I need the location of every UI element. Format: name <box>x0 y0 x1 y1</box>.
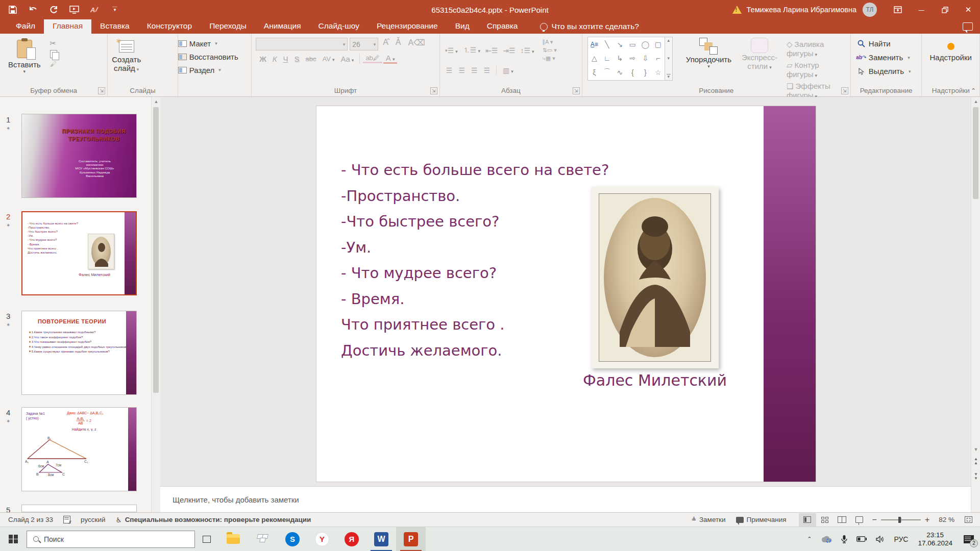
align-center-icon[interactable]: ☰ <box>458 66 465 74</box>
arrange-button[interactable]: Упорядочить ▾ <box>682 37 736 70</box>
highlight-button[interactable]: ab🖉 <box>363 54 382 63</box>
shape-triangle-icon[interactable]: △ <box>592 54 597 62</box>
shape-left-brace-icon[interactable]: { <box>631 68 634 77</box>
slide-thumbnail-3[interactable]: ПОВТОРЕНИЕ ТЕОРИИ 1.Какие треугольники н… <box>21 311 137 395</box>
shadow-button[interactable]: S <box>292 55 302 63</box>
ribbon-display-options-icon[interactable] <box>886 0 910 19</box>
font-size-combo[interactable]: 26▾ <box>350 38 378 51</box>
numbering-icon[interactable]: ⒈☰▾ <box>463 46 480 55</box>
align-text-icon[interactable]: ⇅▭ ▾ <box>543 47 557 54</box>
copy-icon[interactable] <box>50 50 57 58</box>
underline-button[interactable]: Ч <box>281 55 291 63</box>
slide-thumbnail-2[interactable]: - Что есть больше всего на свете? -Прост… <box>21 211 137 295</box>
shape-rounded-rect-icon[interactable]: ▢ <box>655 40 662 48</box>
zoom-slider-track[interactable] <box>881 519 921 520</box>
drawing-dialog-launcher[interactable]: ⇲ <box>841 87 848 94</box>
shape-oval-icon[interactable]: ◯ <box>641 40 649 48</box>
scrollbar-thumb[interactable] <box>973 107 978 199</box>
shape-freeform-icon[interactable]: ⌐ <box>656 54 660 62</box>
slide-thumbnail-4[interactable]: Задача №1 ( устно) Дано: ΔАВС~ ΔА₁В₁С₁ А… <box>21 407 137 491</box>
minimize-button[interactable]: ─ <box>910 0 933 19</box>
decrease-indent-icon[interactable]: ⇤☰ <box>485 46 498 55</box>
clear-format-icon[interactable]: А⌫ <box>406 38 428 51</box>
thales-portrait-image[interactable] <box>591 187 719 368</box>
scrollbar-thumb[interactable] <box>153 107 159 393</box>
start-button[interactable] <box>0 527 27 551</box>
taskbar-search-input[interactable]: Поиск <box>27 531 195 548</box>
font-color-button[interactable]: А▾ <box>383 54 398 64</box>
account-name[interactable]: Темижева Ларина Ибрагимовна <box>747 6 856 14</box>
font-name-combo[interactable]: ▾ <box>256 38 348 51</box>
comments-icon[interactable] <box>963 22 973 31</box>
align-left-icon[interactable]: ☰ <box>446 66 453 74</box>
fit-to-window-button[interactable] <box>960 513 977 527</box>
clipboard-dialog-launcher[interactable]: ⇲ <box>98 87 105 94</box>
tab-home[interactable]: Главная <box>44 19 91 34</box>
collapse-ribbon-icon[interactable]: ⌃ <box>971 87 976 94</box>
tab-help[interactable]: Справка <box>478 19 527 34</box>
thumbnails-scrollbar[interactable]: ▲ <box>151 97 160 512</box>
zoom-slider-thumb[interactable] <box>898 517 901 523</box>
next-slide-icon[interactable]: ▼▼ <box>971 472 980 481</box>
justify-icon[interactable]: ☰ <box>484 66 491 74</box>
slide-caption[interactable]: Фалес Милетский <box>566 371 744 389</box>
paragraph-dialog-launcher[interactable]: ⇲ <box>573 87 580 94</box>
customize-qat-icon[interactable]: ▾— <box>109 4 120 15</box>
shape-outline-button[interactable]: ▱ Контур фигуры▾ <box>787 61 850 79</box>
restore-button[interactable] <box>933 0 957 19</box>
align-right-icon[interactable]: ☰ <box>471 66 478 74</box>
new-slide-button[interactable]: ✳ Создать слайд▾ <box>108 37 145 73</box>
italic-button[interactable]: К <box>270 55 280 63</box>
tab-file[interactable]: Файл <box>7 19 44 34</box>
shape-line-icon[interactable]: ╲ <box>605 40 609 48</box>
cut-icon[interactable]: ✂ <box>50 39 57 48</box>
shapes-scroll-up-icon[interactable]: ▲ <box>667 38 671 43</box>
zoom-out-icon[interactable]: − <box>872 515 877 524</box>
tab-animations[interactable]: Анимация <box>255 19 310 34</box>
slide-canvas[interactable]: - Что есть больше всего на свете? -Прост… <box>316 106 816 482</box>
language-indicator[interactable]: русский <box>76 516 110 523</box>
increase-indent-icon[interactable]: ⇥☰ <box>503 46 515 55</box>
font-style-icon[interactable]: A <box>89 4 100 15</box>
taskbar-word[interactable]: W <box>366 527 396 551</box>
section-button[interactable]: Раздел▾ <box>178 63 251 77</box>
taskbar-skype[interactable]: S <box>278 527 307 551</box>
shape-arc-icon[interactable]: ⌒ <box>603 68 610 77</box>
previous-slide-icon[interactable]: ▲▲ <box>971 457 980 465</box>
tab-transitions[interactable]: Переходы <box>201 19 255 34</box>
shape-down-arrow-icon[interactable]: ⇩ <box>642 54 648 62</box>
columns-icon[interactable]: ▥▾ <box>503 66 513 74</box>
shapes-gallery[interactable]: A̲≡ ╲ ↘ ▭ ◯ ▢ △ ∟ ↳ ⇨ ⇩ ⌐ ξ ⌒ ∿ { } <box>587 37 665 81</box>
slide-text-block[interactable]: - Что есть больше всего на свете? -Прост… <box>341 157 609 363</box>
increase-font-icon[interactable]: А̂ <box>380 38 391 51</box>
zoom-in-icon[interactable]: + <box>925 515 929 524</box>
shape-elbow-icon[interactable]: ∟ <box>603 54 610 62</box>
scroll-up-icon[interactable]: ▲ <box>152 97 161 106</box>
slideshow-view-button[interactable] <box>851 513 868 527</box>
avatar[interactable]: ТЛ <box>863 3 877 17</box>
find-button[interactable]: Найти <box>857 37 922 51</box>
strikethrough-button[interactable]: abc <box>303 55 319 63</box>
slide-thumbnail-1[interactable]: ПРИЗНАКИ ПОДОБИЯ ТРЕУГОЛЬНИКОВ Составите… <box>21 114 137 198</box>
slide-sorter-button[interactable] <box>816 513 834 527</box>
taskbar-clock[interactable]: 23:15 17.06.2024 <box>913 531 958 547</box>
quick-styles-button[interactable]: Экспресс- стили▾ <box>738 37 781 71</box>
paste-button[interactable]: Вставить ▾ <box>4 37 45 75</box>
comments-toggle[interactable]: Примечания <box>731 516 792 523</box>
warning-icon[interactable] <box>732 6 742 14</box>
replace-button[interactable]: ab↷ Заменить▾ <box>857 51 922 64</box>
shapes-scroll-down-icon[interactable]: ▼ <box>667 56 671 61</box>
action-center-button[interactable]: 2 <box>958 527 980 551</box>
shape-elbow-arrow-icon[interactable]: ↳ <box>617 54 623 62</box>
accessibility-checker[interactable]: ♿ Специальные возможности: проверьте рек… <box>111 516 316 524</box>
onedrive-icon[interactable] <box>816 536 837 543</box>
spellcheck-icon[interactable]: ✗ <box>58 516 76 523</box>
start-slideshow-icon[interactable] <box>68 4 80 15</box>
tab-view[interactable]: Вид <box>447 19 478 34</box>
notes-pane[interactable]: Щелкните, чтобы добавить заметки <box>160 486 971 512</box>
slide-scrollbar[interactable]: ▲ ▼ ▲▲ ▼▼ <box>971 97 980 512</box>
font-dialog-launcher[interactable]: ⇲ <box>430 87 437 94</box>
tell-me-box[interactable]: Что вы хотите сделать? <box>540 22 639 34</box>
smartart-convert-icon[interactable]: ⤷▦ ▾ <box>543 55 557 62</box>
slide-counter[interactable]: Слайд 2 из 33 <box>0 516 58 523</box>
